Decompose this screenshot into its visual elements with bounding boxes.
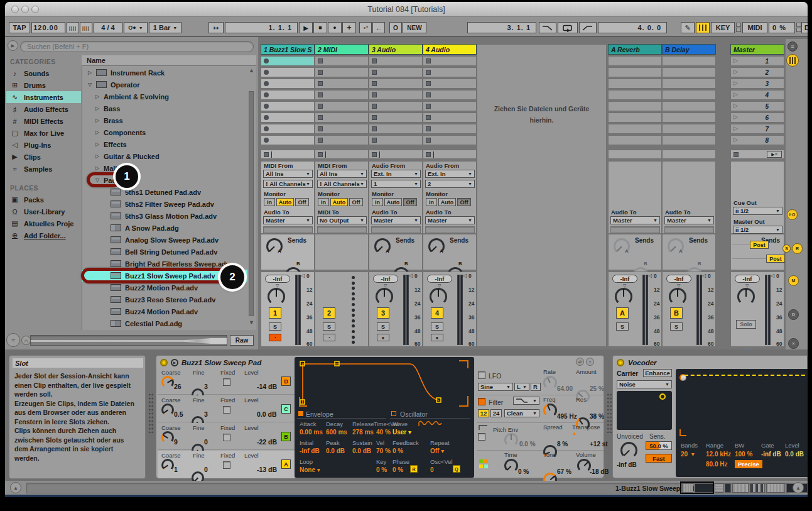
solo-button[interactable]: S (670, 322, 683, 331)
scene-slot[interactable]: ▷3 (730, 79, 784, 89)
collapsed-arrow-icon[interactable]: ▷ (95, 118, 104, 123)
monitor-auto-button[interactable]: Auto (330, 198, 348, 206)
lfo-retrigger-button[interactable]: R (531, 383, 541, 391)
coarse-knob[interactable] (161, 404, 174, 416)
clip-stop-icon[interactable] (372, 92, 377, 97)
clip-slot[interactable] (261, 67, 315, 77)
clip-stop-icon[interactable] (426, 104, 431, 109)
clip-stop-icon[interactable] (372, 104, 377, 109)
scene-slot[interactable]: ▷1 (730, 56, 784, 66)
scene-play-icon[interactable]: ▷ (734, 102, 738, 109)
monitor-off-button[interactable]: Off (403, 198, 417, 206)
output-type-chooser[interactable]: Master▼ (664, 216, 714, 224)
key-value[interactable]: 0 % (376, 466, 387, 473)
clip-stop-icon[interactable] (426, 92, 431, 97)
record-slot-icon[interactable] (264, 138, 269, 143)
osc-d-selector[interactable]: D (281, 376, 291, 386)
tree-item-instrument-rack[interactable]: ▷Instrument Rack (82, 67, 247, 79)
clip-slot[interactable] (423, 56, 477, 66)
track-activator[interactable]: 2 (323, 307, 335, 319)
fixed-checkbox[interactable] (223, 378, 230, 386)
scene-play-icon[interactable]: ▷ (734, 57, 738, 63)
fixed-checkbox[interactable] (223, 406, 230, 414)
solo-button[interactable]: S (269, 322, 281, 331)
send-b-pre-post-toggle[interactable]: Post (766, 255, 785, 263)
follow-button[interactable]: ↦ (208, 22, 224, 33)
filter-on-checkbox[interactable] (478, 398, 485, 405)
clip-slot[interactable] (261, 90, 315, 100)
clip-slot[interactable] (369, 101, 423, 111)
clip-stop-icon[interactable] (372, 70, 377, 75)
algorithm-display-icon[interactable] (479, 459, 489, 469)
pitch-env-amount-knob[interactable] (504, 433, 518, 447)
tree-item-preset[interactable]: Buzz3 Reso Stereo Pad.adv (82, 294, 247, 305)
oscvel-value[interactable]: 0 (430, 466, 434, 473)
pan-knob[interactable] (430, 288, 447, 305)
arm-button[interactable]: ◔ (269, 334, 281, 341)
pitch-env-on-checkbox[interactable] (478, 433, 485, 441)
scene-slot[interactable]: ▷6 (730, 113, 784, 123)
record-slot-icon[interactable] (264, 92, 269, 97)
phase-value[interactable]: 0 % (392, 466, 403, 473)
tree-item-preset[interactable]: Analog Slow Sweep Pad.adv (82, 234, 247, 246)
lfo-range-chooser[interactable]: L▼ (514, 383, 529, 391)
lfo-on-checkbox[interactable] (478, 371, 485, 379)
solo-button[interactable]: S (431, 322, 443, 331)
raw-preview-button[interactable]: Raw (230, 335, 254, 346)
clip-slot[interactable] (423, 124, 477, 134)
arrangement-view-selector-icon[interactable]: ≡ (788, 41, 798, 52)
save-preset-icon[interactable]: ▪ (586, 358, 594, 366)
volume-display[interactable]: -Inf (427, 275, 452, 283)
arm-button[interactable]: ◔ (323, 334, 335, 341)
clip-slot[interactable] (423, 113, 477, 123)
carrier-xy-pad[interactable] (617, 391, 672, 430)
record-slot-icon[interactable] (264, 70, 269, 75)
stop-all-clips-button[interactable]: ▶≡ (767, 151, 782, 158)
bands-chooser[interactable]: 20 ▾ (681, 451, 695, 458)
scroll-up-icon[interactable]: ▲ (249, 67, 254, 74)
clip-stop-icon[interactable] (426, 70, 431, 75)
nudge-down-icon[interactable]: |||| (67, 22, 79, 33)
arm-button[interactable]: ● (431, 334, 443, 341)
play-button[interactable]: ▶ (299, 22, 313, 33)
solo-button[interactable]: S (323, 322, 335, 331)
tree-item-ambient-evolving[interactable]: ▷Ambient & Evolving (82, 91, 247, 102)
clip-slot[interactable] (315, 90, 369, 100)
track-activator[interactable]: 4 (431, 307, 443, 319)
clip-stop-row[interactable] (261, 150, 315, 159)
collapsed-arrow-icon[interactable]: ▷ (95, 141, 104, 147)
key-map-button[interactable]: KEY (711, 22, 735, 33)
wave-chooser[interactable]: User ▾ (392, 429, 411, 436)
scene-slot[interactable]: ▷7 (730, 124, 784, 134)
input-type-chooser[interactable]: Ext. In▼ (425, 170, 475, 178)
collapsed-arrow-icon[interactable]: ▷ (95, 94, 104, 99)
clip-slot[interactable] (261, 113, 315, 123)
level-value[interactable]: 0.0 dB (785, 451, 804, 458)
time-signature-display[interactable]: 4 / 4 (94, 22, 122, 33)
carrier-source-chooser[interactable]: Noise▼ (617, 380, 672, 388)
operator-title-bar[interactable]: ▶ Buzz1 Slow Sweep Pad (160, 357, 261, 368)
lfo-wave-chooser[interactable]: Sine▼ (478, 383, 513, 391)
device-on-icon[interactable] (617, 359, 624, 366)
show-device-view-icon[interactable]: ▲ (793, 482, 804, 493)
clip-stop-icon[interactable] (318, 58, 323, 63)
record-button[interactable]: ● (328, 22, 342, 33)
filter-freq-knob[interactable] (543, 404, 557, 417)
input-channel-chooser[interactable]: ⁝ All Channels▼ (263, 180, 313, 188)
hot-swap-preset-icon[interactable]: ⇄ (576, 358, 584, 366)
clip-stop-icon[interactable] (318, 81, 323, 86)
scene-play-icon[interactable]: ▷ (734, 80, 738, 86)
tree-item-preset[interactable]: Bell String Detuned Pad.adv (82, 246, 247, 258)
monitor-off-button[interactable]: Off (295, 198, 309, 206)
fixed-checkbox[interactable] (223, 461, 230, 469)
sidebar-item-current-project[interactable]: ▤Aktuelles Proje (6, 217, 81, 229)
gate-value[interactable]: -inf dB (761, 451, 781, 458)
record-slot-icon[interactable] (264, 58, 269, 63)
clip-stop-icon[interactable] (318, 126, 323, 131)
arrangement-position-display[interactable]: 1. 1. 1 (225, 22, 298, 33)
bw-value[interactable]: 100 % (735, 451, 752, 458)
solo-button[interactable]: S (377, 322, 389, 331)
clip-slot[interactable] (369, 113, 423, 123)
clip-stop-icon[interactable] (318, 104, 323, 109)
clip-slot[interactable] (261, 79, 315, 89)
